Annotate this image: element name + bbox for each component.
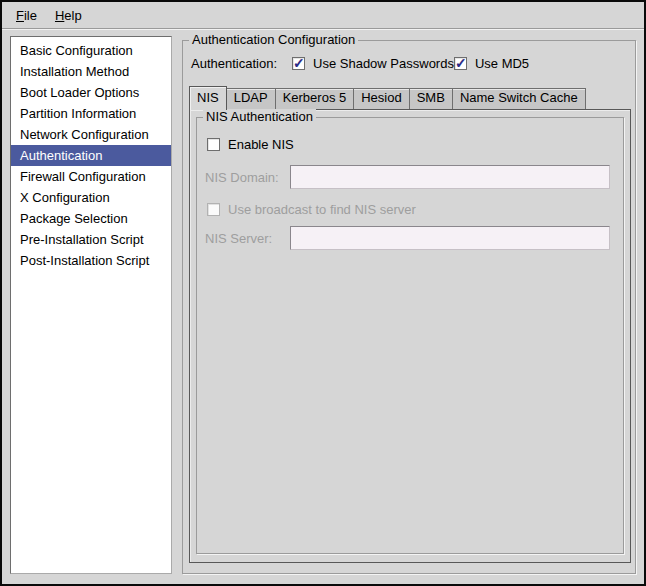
sidebar-item-post-installation-script[interactable]: Post-Installation Script — [11, 250, 171, 271]
sidebar-item-firewall-configuration[interactable]: Firewall Configuration — [11, 166, 171, 187]
use-md5-checkbox[interactable] — [454, 57, 467, 70]
sidebar-item-installation-method[interactable]: Installation Method — [11, 61, 171, 82]
nis-authentication-frame: NIS Authentication Enable NIS NIS Domain… — [196, 117, 624, 554]
nis-frame-title: NIS Authentication — [203, 109, 316, 124]
nis-domain-row: NIS Domain: — [205, 165, 610, 189]
enable-nis-label: Enable NIS — [228, 137, 294, 152]
sidebar-item-network-configuration[interactable]: Network Configuration — [11, 124, 171, 145]
tab-ldap[interactable]: LDAP — [226, 88, 276, 109]
authentication-label: Authentication: — [191, 56, 277, 71]
sidebar-item-authentication[interactable]: Authentication — [11, 145, 171, 166]
tab-bar: NIS LDAP Kerberos 5 Hesiod SMB Name Swit… — [189, 85, 631, 109]
auth-methods-notebook: NIS LDAP Kerberos 5 Hesiod SMB Name Swit… — [189, 85, 631, 563]
kickstart-configurator-window: File Help Basic Configuration Installati… — [0, 0, 646, 586]
nis-server-label: NIS Server: — [205, 231, 290, 246]
sidebar-item-x-configuration[interactable]: X Configuration — [11, 187, 171, 208]
use-shadow-passwords-checkbox[interactable] — [292, 57, 305, 70]
nis-server-row: NIS Server: — [205, 226, 610, 250]
tab-kerberos-5[interactable]: Kerberos 5 — [275, 88, 355, 109]
menu-file-label: File — [16, 8, 37, 23]
use-broadcast-row: Use broadcast to find NIS server — [207, 202, 416, 217]
use-shadow-passwords-option: Use Shadow Passwords — [292, 56, 454, 71]
sidebar-section-list: Basic Configuration Installation Method … — [10, 36, 172, 574]
menu-file[interactable]: File — [7, 5, 46, 26]
sidebar-item-partition-information[interactable]: Partition Information — [11, 103, 171, 124]
frame-title: Authentication Configuration — [189, 32, 358, 47]
menu-help[interactable]: Help — [46, 5, 91, 26]
sidebar-item-basic-configuration[interactable]: Basic Configuration — [11, 40, 171, 61]
use-broadcast-label: Use broadcast to find NIS server — [228, 202, 416, 217]
use-md5-option: Use MD5 — [454, 56, 529, 71]
authentication-options-row: Authentication: Use Shadow Passwords Use… — [191, 54, 629, 72]
tab-hesiod[interactable]: Hesiod — [353, 88, 409, 109]
sidebar-item-boot-loader-options[interactable]: Boot Loader Options — [11, 82, 171, 103]
tab-smb[interactable]: SMB — [409, 88, 453, 109]
use-broadcast-checkbox[interactable] — [207, 203, 220, 216]
nis-server-input[interactable] — [290, 226, 610, 250]
enable-nis-row: Enable NIS — [207, 137, 294, 152]
enable-nis-checkbox[interactable] — [207, 138, 220, 151]
sidebar-item-package-selection[interactable]: Package Selection — [11, 208, 171, 229]
use-md5-label: Use MD5 — [475, 56, 529, 71]
sidebar-item-pre-installation-script[interactable]: Pre-Installation Script — [11, 229, 171, 250]
nis-domain-input[interactable] — [290, 165, 610, 189]
nis-tab-page: NIS Authentication Enable NIS NIS Domain… — [189, 109, 631, 563]
menu-help-label: Help — [55, 8, 82, 23]
nis-domain-label: NIS Domain: — [205, 170, 290, 185]
menubar: File Help — [2, 2, 644, 29]
tab-nis[interactable]: NIS — [189, 86, 227, 110]
tab-name-switch-cache[interactable]: Name Switch Cache — [452, 88, 586, 109]
authentication-configuration-frame: Authentication Configuration Authenticat… — [182, 40, 636, 574]
use-shadow-passwords-label: Use Shadow Passwords — [313, 56, 454, 71]
